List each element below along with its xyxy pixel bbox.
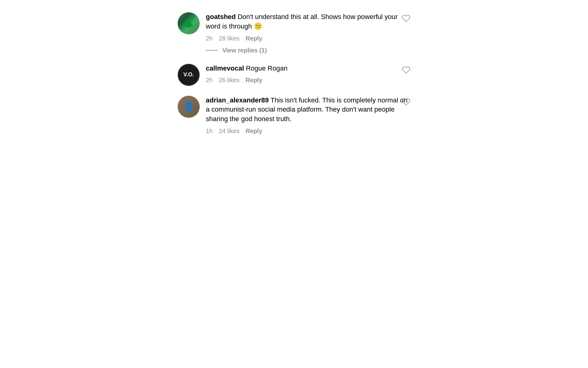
reply-button[interactable]: Reply xyxy=(246,35,262,42)
comment-text: goatshed Don't understand this at all. S… xyxy=(206,12,410,31)
view-replies-button[interactable]: View replies (1) xyxy=(206,47,410,54)
avatar xyxy=(178,96,200,118)
comment-time: 2h xyxy=(206,35,213,42)
like-button[interactable] xyxy=(402,14,410,24)
comment-body: callmevocal Rogue Rogan 2h 26 likes Repl… xyxy=(206,64,410,84)
comment-username: goatshed xyxy=(206,13,236,21)
comment-item: adrian_alexander89 This isn't fucked. Th… xyxy=(178,96,410,135)
comment-meta: 1h 24 likes Reply xyxy=(206,128,410,135)
view-replies-label: View replies (1) xyxy=(222,47,267,54)
comment-likes: 26 likes xyxy=(219,77,239,84)
emoji-icon: 😕 xyxy=(254,22,262,30)
comment-likes: 24 likes xyxy=(219,128,239,135)
comment-meta: 2h 28 likes Reply xyxy=(206,35,410,42)
comment-username: callmevocal xyxy=(206,64,244,72)
like-button[interactable] xyxy=(402,66,410,75)
comment-likes: 28 likes xyxy=(219,35,239,42)
comment-item: goatshed Don't understand this at all. S… xyxy=(178,12,410,54)
reply-button[interactable]: Reply xyxy=(246,128,262,135)
comment-content: Rogue Rogan xyxy=(246,64,288,72)
comment-body: adrian_alexander89 This isn't fucked. Th… xyxy=(206,96,410,135)
comment-text: callmevocal Rogue Rogan xyxy=(206,64,410,73)
comment-text: adrian_alexander89 This isn't fucked. Th… xyxy=(206,96,410,124)
avatar-text: V.O. xyxy=(183,71,194,78)
avatar xyxy=(178,12,200,34)
comment-username: adrian_alexander89 xyxy=(206,96,269,104)
view-replies-line xyxy=(206,50,218,51)
reply-button[interactable]: Reply xyxy=(246,77,262,84)
comment-meta: 2h 26 likes Reply xyxy=(206,77,410,84)
comment-time: 1h xyxy=(206,128,213,135)
like-button[interactable] xyxy=(402,98,410,107)
comment-time: 2h xyxy=(206,77,213,84)
avatar: V.O. xyxy=(178,64,200,86)
comment-item: V.O. callmevocal Rogue Rogan 2h 26 likes… xyxy=(178,64,410,86)
comment-body: goatshed Don't understand this at all. S… xyxy=(206,12,410,54)
comments-container: goatshed Don't understand this at all. S… xyxy=(178,6,410,151)
